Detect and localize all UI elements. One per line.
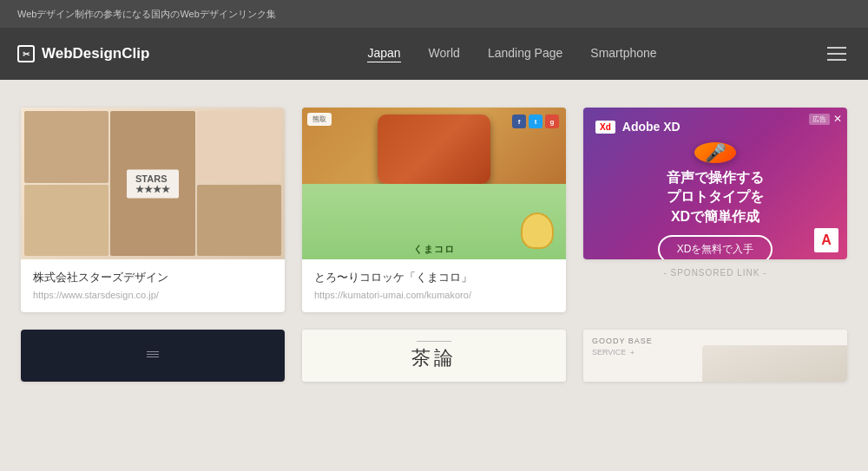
ad-close-icon[interactable]: ✕ bbox=[833, 113, 842, 125]
main-nav: Japan World Landing Page Smartphone bbox=[174, 46, 851, 62]
card-goody-image: GOODY BASE SERVICE ＋ bbox=[583, 330, 847, 382]
nav-japan[interactable]: Japan bbox=[367, 46, 400, 62]
hamburger-line-1 bbox=[827, 47, 846, 49]
xd-logo: Xd bbox=[595, 121, 615, 134]
logo[interactable]: ✂ WebDesignClip bbox=[17, 45, 174, 62]
nav-smartphone[interactable]: Smartphone bbox=[590, 46, 656, 62]
nav-world[interactable]: World bbox=[429, 46, 460, 62]
logo-icon: ✂ bbox=[17, 45, 35, 62]
header: ✂ WebDesignClip Japan World Landing Page… bbox=[0, 28, 868, 80]
ad-card-image: 広告 ✕ Xd Adobe XD 🎤 音声で操作するプロトタイプをXDで簡単作成… bbox=[583, 108, 847, 259]
ad-brand-label: Adobe XD bbox=[622, 120, 681, 134]
facebook-icon: f bbox=[512, 114, 526, 128]
card-kumakoro-image: くまコロ f t g 熊取 bbox=[302, 108, 566, 259]
card-kumakoro-title: とろ〜りコロッケ「くまコロ」 bbox=[314, 270, 554, 285]
card-grid: STARS★★★★ 株式会社スターズデザイン https://www.stars… bbox=[21, 108, 847, 312]
bottom-card-grid: 茶論 GOODY BASE SERVICE ＋ bbox=[21, 330, 847, 382]
card-dark-image bbox=[21, 330, 285, 382]
sponsored-label: - SPONSORED LINK - bbox=[583, 268, 847, 278]
goody-brand-text: GOODY BASE bbox=[592, 337, 838, 345]
ad-header: Xd Adobe XD bbox=[583, 108, 847, 134]
ad-top-bar: 広告 ✕ bbox=[809, 113, 842, 125]
card-kumakoro-body: とろ〜りコロッケ「くまコロ」 https://kumatori-umai.com… bbox=[302, 259, 566, 312]
tea-title: 茶論 bbox=[411, 345, 457, 371]
card-kumakoro-url: https://kumatori-umai.com/kumakoro/ bbox=[314, 290, 554, 300]
card-stars-design[interactable]: STARS★★★★ 株式会社スターズデザイン https://www.stars… bbox=[21, 108, 285, 312]
nav-landing-page[interactable]: Landing Page bbox=[488, 46, 562, 62]
ad-main-text: 音声で操作するプロトタイプをXDで簡単作成 bbox=[583, 168, 847, 226]
twitter-icon: t bbox=[529, 114, 542, 128]
main-content: STARS★★★★ 株式会社スターズデザイン https://www.stars… bbox=[0, 80, 868, 409]
announcement-bar: Webデザイン制作の参考になる国内のWebデザインリンク集 bbox=[0, 0, 868, 28]
google-plus-icon: g bbox=[545, 114, 559, 128]
hamburger-line-2 bbox=[827, 53, 846, 55]
adobe-logo: A bbox=[814, 228, 838, 252]
ad-badge: 広告 bbox=[809, 114, 830, 125]
logo-text: WebDesignClip bbox=[42, 45, 149, 62]
stars-label: STARS★★★★ bbox=[127, 169, 179, 198]
mic-icon: 🎤 bbox=[694, 142, 736, 163]
card-tea[interactable]: 茶論 bbox=[302, 330, 566, 382]
announcement-text: Webデザイン制作の参考になる国内のWebデザインリンク集 bbox=[17, 8, 276, 21]
ad-card[interactable]: 広告 ✕ Xd Adobe XD 🎤 音声で操作するプロトタイプをXDで簡単作成… bbox=[583, 108, 847, 259]
ad-card-wrapper: 広告 ✕ Xd Adobe XD 🎤 音声で操作するプロトタイプをXDで簡単作成… bbox=[583, 108, 847, 312]
card-dark[interactable] bbox=[21, 330, 285, 382]
hamburger-menu[interactable] bbox=[823, 43, 851, 65]
card-kumakoro[interactable]: くまコロ f t g 熊取 とろ〜りコロッケ「くまコロ」 https://k bbox=[302, 108, 566, 312]
card-tea-image: 茶論 bbox=[302, 330, 566, 382]
card-goody[interactable]: GOODY BASE SERVICE ＋ bbox=[583, 330, 847, 382]
social-icons: f t g bbox=[512, 114, 559, 128]
card-stars-title: 株式会社スターズデザイン bbox=[33, 270, 273, 285]
card-stars-image: STARS★★★★ bbox=[21, 108, 285, 259]
hamburger-line-3 bbox=[827, 59, 846, 61]
card-stars-body: 株式会社スターズデザイン https://www.starsdesign.co.… bbox=[21, 259, 285, 312]
ad-cta-button[interactable]: XDを無料で入手 bbox=[658, 235, 773, 259]
ad-footer: A bbox=[814, 228, 838, 252]
card-stars-url: https://www.starsdesign.co.jp/ bbox=[33, 290, 273, 300]
